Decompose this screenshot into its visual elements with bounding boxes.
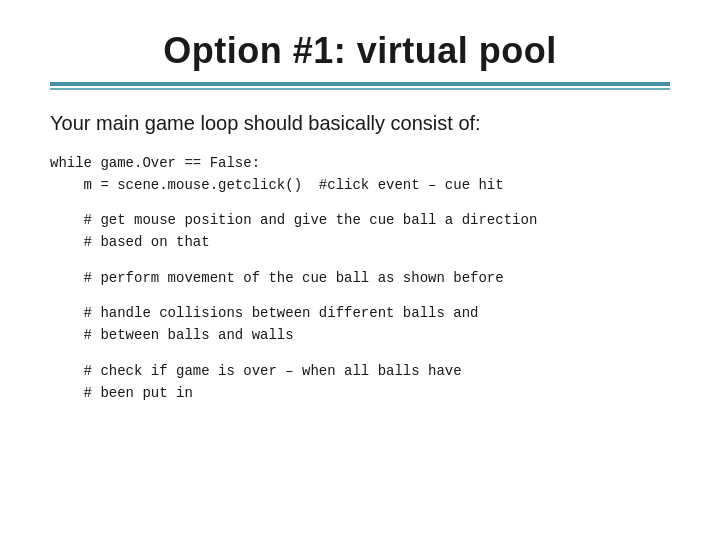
divider [50, 82, 670, 90]
slide-title: Option #1: virtual pool [50, 30, 670, 72]
slide: Option #1: virtual pool Your main game l… [0, 0, 720, 540]
code-section-movement: # perform movement of the cue ball as sh… [50, 268, 670, 290]
code-section-mouse: # get mouse position and give the cue ba… [50, 210, 670, 253]
code-block: while game.Over == False: m = scene.mous… [50, 153, 670, 404]
code-line: # between balls and walls [50, 325, 670, 347]
code-line: # been put in [50, 383, 670, 405]
divider-top [50, 82, 670, 86]
code-line: m = scene.mouse.getclick() #click event … [50, 175, 670, 197]
slide-subtitle: Your main game loop should basically con… [50, 112, 670, 135]
code-line: # based on that [50, 232, 670, 254]
code-line: # get mouse position and give the cue ba… [50, 210, 670, 232]
code-section-gameover: # check if game is over – when all balls… [50, 361, 670, 404]
code-line: # perform movement of the cue ball as sh… [50, 268, 670, 290]
code-line: # check if game is over – when all balls… [50, 361, 670, 383]
divider-bottom [50, 88, 670, 90]
code-section-while: while game.Over == False: m = scene.mous… [50, 153, 670, 196]
code-line: while game.Over == False: [50, 153, 670, 175]
code-section-collisions: # handle collisions between different ba… [50, 303, 670, 346]
code-line: # handle collisions between different ba… [50, 303, 670, 325]
